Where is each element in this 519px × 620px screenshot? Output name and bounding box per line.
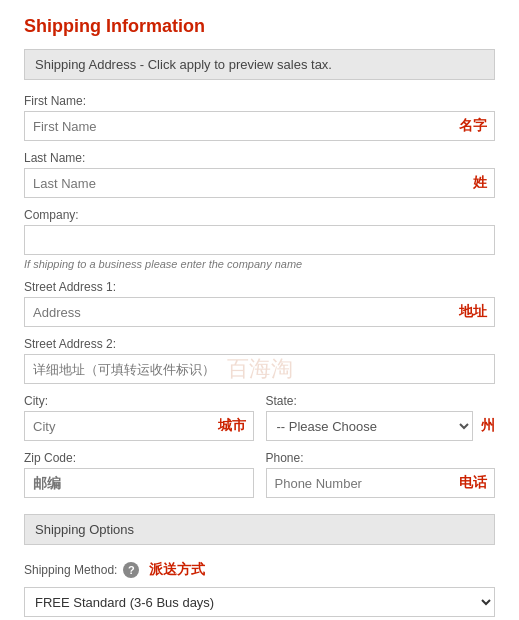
city-group: City: 城市: [24, 394, 254, 441]
street1-wrap: 地址: [24, 297, 495, 327]
state-cn-label: 州: [481, 417, 495, 435]
street2-group: Street Address 2: 百海淘: [24, 337, 495, 384]
last-name-group: Last Name: 姓: [24, 151, 495, 198]
phone-group: Phone: 电话: [266, 451, 496, 498]
state-group: State: -- Please Choose 州: [266, 394, 496, 441]
city-input[interactable]: [24, 411, 254, 441]
help-icon[interactable]: ?: [123, 562, 139, 578]
first-name-wrap: 名字: [24, 111, 495, 141]
company-hint: If shipping to a business please enter t…: [24, 258, 495, 270]
state-label: State:: [266, 394, 496, 408]
shipping-method-group: Shipping Method: ? 派送方式 FREE Standard (3…: [24, 561, 495, 617]
zip-label: Zip Code:: [24, 451, 254, 465]
last-name-input[interactable]: [24, 168, 495, 198]
street1-input[interactable]: [24, 297, 495, 327]
last-name-wrap: 姓: [24, 168, 495, 198]
state-select[interactable]: -- Please Choose: [266, 411, 474, 441]
first-name-label: First Name:: [24, 94, 495, 108]
company-group: Company: If shipping to a business pleas…: [24, 208, 495, 270]
phone-input[interactable]: [266, 468, 496, 498]
street1-label: Street Address 1:: [24, 280, 495, 294]
shipping-method-row: Shipping Method: ? 派送方式: [24, 561, 495, 579]
street2-label: Street Address 2:: [24, 337, 495, 351]
page-title: Shipping Information: [24, 16, 495, 37]
zip-group: Zip Code:: [24, 451, 254, 498]
city-label: City:: [24, 394, 254, 408]
company-label: Company:: [24, 208, 495, 222]
first-name-input[interactable]: [24, 111, 495, 141]
shipping-method-cn-label: 派送方式: [149, 561, 205, 579]
company-input[interactable]: [24, 225, 495, 255]
street1-group: Street Address 1: 地址: [24, 280, 495, 327]
shipping-options-bar: Shipping Options: [24, 514, 495, 545]
zip-input[interactable]: [24, 468, 254, 498]
city-state-row: City: 城市 State: -- Please Choose 州: [24, 394, 495, 451]
phone-label: Phone:: [266, 451, 496, 465]
shipping-method-select[interactable]: FREE Standard (3-6 Bus days): [24, 587, 495, 617]
first-name-group: First Name: 名字: [24, 94, 495, 141]
street2-wrap: 百海淘: [24, 354, 495, 384]
street2-input[interactable]: [24, 354, 495, 384]
shipping-address-bar: Shipping Address - Click apply to previe…: [24, 49, 495, 80]
last-name-label: Last Name:: [24, 151, 495, 165]
shipping-method-label: Shipping Method:: [24, 563, 117, 577]
phone-wrap: 电话: [266, 468, 496, 498]
city-wrap: 城市: [24, 411, 254, 441]
zip-phone-row: Zip Code: Phone: 电话: [24, 451, 495, 508]
